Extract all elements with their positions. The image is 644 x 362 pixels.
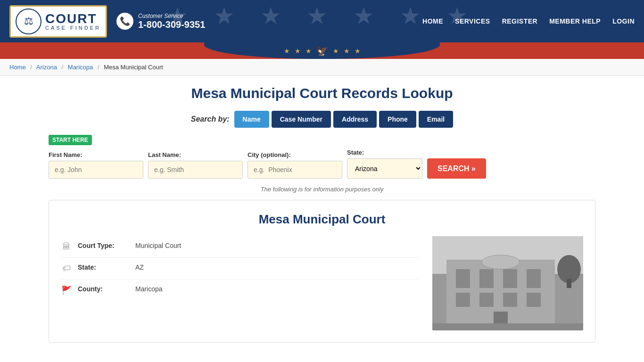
header-left: ⚖ COURT CASE FINDER 📞 Customer Service 1… xyxy=(9,5,205,38)
star-left-1: ★ xyxy=(284,47,290,55)
start-here-badge: START HERE xyxy=(49,135,595,149)
tab-phone[interactable]: Phone xyxy=(379,111,416,128)
county-val: Maricopa xyxy=(135,285,163,293)
city-input[interactable] xyxy=(248,161,342,179)
tab-address[interactable]: Address xyxy=(333,111,377,128)
last-name-group: Last Name: xyxy=(148,151,243,179)
star-left-2: ★ xyxy=(295,47,301,55)
star-right-3: ★ xyxy=(355,47,361,55)
nav-member-help[interactable]: MEMBER HELP xyxy=(549,17,601,25)
city-label: City (optional): xyxy=(248,151,342,158)
first-name-input[interactable] xyxy=(49,161,143,179)
state-key: State: xyxy=(78,263,130,271)
start-here-text: START HERE xyxy=(49,135,92,145)
svg-rect-10 xyxy=(479,293,494,307)
svg-rect-5 xyxy=(456,269,470,288)
tab-case-number[interactable]: Case Number xyxy=(272,111,331,128)
eagle-row: ★ ★ ★ 🦅 ★ ★ ★ xyxy=(284,45,361,57)
court-info-details: 🏛 Court Type: Municipal Court 🏷 State: A… xyxy=(61,236,418,330)
nav-services[interactable]: SERVICES xyxy=(455,17,490,25)
phone-icon: 📞 xyxy=(116,13,133,30)
star-right-2: ★ xyxy=(344,47,350,55)
breadcrumb-sep-3: / xyxy=(98,64,99,71)
court-type-icon: 🏛 xyxy=(61,242,72,252)
svg-rect-11 xyxy=(503,293,517,307)
svg-rect-15 xyxy=(432,323,583,330)
svg-rect-8 xyxy=(527,269,541,288)
svg-rect-7 xyxy=(503,269,517,288)
tab-name[interactable]: Name xyxy=(234,111,269,128)
court-type-val: Municipal Court xyxy=(135,242,181,249)
county-icon: 🚩 xyxy=(61,285,72,296)
eagle-icon: 🦅 xyxy=(316,45,328,57)
state-label: State: xyxy=(347,149,422,156)
svg-rect-6 xyxy=(479,269,494,288)
breadcrumb-sep-1: / xyxy=(30,64,32,71)
breadcrumb-sep-2: / xyxy=(62,64,64,71)
county-row: 🚩 County: Maricopa xyxy=(61,280,418,301)
last-name-label: Last Name: xyxy=(148,151,243,158)
tab-email[interactable]: Email xyxy=(419,111,453,128)
nav-login[interactable]: LOGIN xyxy=(612,17,635,25)
state-icon: 🏷 xyxy=(61,263,72,273)
last-name-input[interactable] xyxy=(148,161,243,179)
svg-rect-3 xyxy=(567,279,571,288)
main-content: Mesa Municipal Court Records Lookup Sear… xyxy=(39,76,605,352)
nav-register[interactable]: REGISTER xyxy=(502,17,538,25)
court-info-title: Mesa Municipal Court xyxy=(61,212,583,227)
state-group: State: Arizona Alabama Alaska Arkansas C… xyxy=(347,149,422,179)
logo-court-text: COURT xyxy=(45,12,101,25)
building-svg xyxy=(432,236,583,330)
search-form: First Name: Last Name: City (optional): … xyxy=(49,149,595,179)
site-logo: ⚖ COURT CASE FINDER xyxy=(9,5,107,38)
logo-text: COURT CASE FINDER xyxy=(45,12,101,31)
breadcrumb: Home / Arizona / Maricopa / Mesa Municip… xyxy=(0,59,644,76)
state-row: 🏷 State: AZ xyxy=(61,258,418,280)
search-by-label: Search by: xyxy=(191,115,230,123)
logo-case-finder-text: CASE FINDER xyxy=(45,25,101,31)
cs-label: Customer Service xyxy=(138,13,205,19)
breadcrumb-arizona[interactable]: Arizona xyxy=(36,64,57,71)
search-button[interactable]: SEARCH » xyxy=(427,158,486,179)
logo-seal-icon: ⚖ xyxy=(16,8,41,34)
court-info-body: 🏛 Court Type: Municipal Court 🏷 State: A… xyxy=(61,236,583,330)
main-nav: HOME SERVICES REGISTER MEMBER HELP LOGIN xyxy=(422,17,635,25)
breadcrumb-maricopa[interactable]: Maricopa xyxy=(68,64,93,71)
court-info-panel: Mesa Municipal Court 🏛 Court Type: Munic… xyxy=(49,200,595,343)
state-select[interactable]: Arizona Alabama Alaska Arkansas Californ… xyxy=(347,158,422,179)
star-right-1: ★ xyxy=(333,47,339,55)
court-type-key: Court Type: xyxy=(78,242,130,249)
court-building-image xyxy=(432,236,583,330)
first-name-group: First Name: xyxy=(49,151,143,179)
breadcrumb-home[interactable]: Home xyxy=(9,64,26,71)
search-by-row: Search by: Name Case Number Address Phon… xyxy=(49,111,595,128)
customer-service-text: Customer Service 1-800-309-9351 xyxy=(138,13,205,30)
state-val: AZ xyxy=(135,263,144,271)
court-type-row: 🏛 Court Type: Municipal Court xyxy=(61,236,418,258)
first-name-label: First Name: xyxy=(49,151,143,158)
county-key: County: xyxy=(78,285,130,293)
breadcrumb-current: Mesa Municipal Court xyxy=(104,64,163,71)
svg-rect-9 xyxy=(456,293,470,307)
customer-service: 📞 Customer Service 1-800-309-9351 xyxy=(116,13,205,30)
wave-banner: ★ ★ ★ 🦅 ★ ★ ★ xyxy=(0,42,644,59)
svg-point-14 xyxy=(482,255,520,269)
star-left-3: ★ xyxy=(305,47,312,55)
nav-home[interactable]: HOME xyxy=(422,17,443,25)
svg-rect-12 xyxy=(527,293,541,307)
info-note: The following is for information purpose… xyxy=(49,186,595,193)
page-title: Mesa Municipal Court Records Lookup xyxy=(49,85,595,101)
city-group: City (optional): xyxy=(248,151,342,179)
cs-phone: 1-800-309-9351 xyxy=(138,19,205,30)
